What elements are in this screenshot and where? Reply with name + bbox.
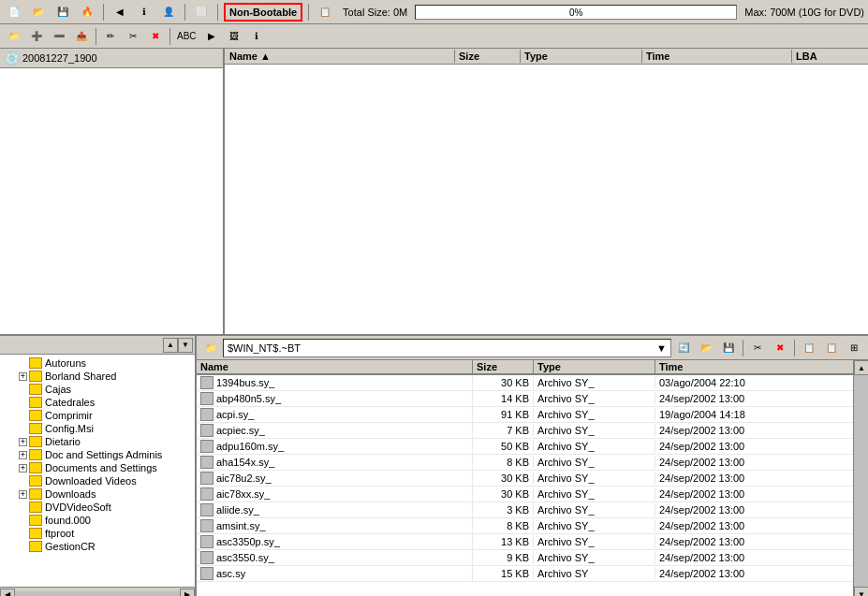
file-row[interactable]: abp480n5.sy_ 14 KB Archivo SY_ 24/sep/20… (197, 391, 853, 407)
expand-btn[interactable]: + (19, 464, 27, 472)
col-name-arrow: ▲ (260, 51, 271, 62)
tree-node[interactable]: Config.Msi (0, 422, 195, 435)
file-list-inner: Name Size Type Time 1394bus.sy_ 30 KB Ar… (197, 360, 853, 596)
file-col-headers-row: Name Size Type Time (197, 360, 853, 375)
open-btn[interactable]: 📂 (28, 3, 49, 22)
file-row[interactable]: aliide.sy_ 3 KB Archivo SY_ 24/sep/2002 … (197, 502, 853, 518)
person-btn[interactable]: 👤 (158, 3, 179, 22)
expand-btn[interactable]: + (19, 451, 27, 459)
tb-img[interactable]: 🖼 (224, 27, 244, 46)
file-time-cell: 24/sep/2002 13:00 (655, 567, 853, 580)
file-tb-paste[interactable]: 📋 (821, 339, 842, 357)
tree-node[interactable]: found.000 (0, 514, 195, 527)
file-row[interactable]: asc.sy 15 KB Archivo SY 24/sep/2002 13:0… (197, 566, 853, 582)
file-row[interactable]: aha154x.sy_ 8 KB Archivo SY_ 24/sep/2002… (197, 455, 853, 471)
col-type-header[interactable]: Type (521, 50, 642, 63)
expand-btn[interactable]: + (19, 438, 27, 446)
col-time-hdr[interactable]: Time (655, 360, 853, 373)
file-name: asc.sy (216, 568, 245, 579)
save-btn[interactable]: 💾 (52, 3, 73, 22)
file-row[interactable]: asc3350p.sy_ 13 KB Archivo SY_ 24/sep/20… (197, 534, 853, 550)
tb-remove[interactable]: ➖ (49, 27, 69, 46)
file-row[interactable]: acpi.sy_ 91 KB Archivo SY_ 19/ago/2004 1… (197, 407, 853, 423)
scroll-down-btn[interactable]: ▼ (178, 338, 193, 353)
back-btn[interactable]: ◀ (110, 3, 130, 22)
tree-node[interactable]: +Doc and Settings Adminis (0, 448, 195, 461)
file-row[interactable]: asc3550.sy_ 9 KB Archivo SY_ 24/sep/2002… (197, 550, 853, 566)
tree-node[interactable]: Downloaded Videos (0, 474, 195, 487)
tree-node[interactable]: GestionCR (0, 540, 195, 553)
burn-btn[interactable]: 🔥 (77, 3, 97, 22)
file-row[interactable]: acpiec.sy_ 7 KB Archivo SY_ 24/sep/2002 … (197, 423, 853, 439)
tree-node[interactable]: Autoruns (0, 356, 195, 370)
file-name-cell: asc.sy (197, 566, 473, 581)
tb-delete[interactable]: ✂ (123, 27, 143, 46)
tree-node[interactable]: +Dietario (0, 435, 195, 448)
tree-node[interactable]: ftproot (0, 527, 195, 540)
file-type-cell: Archivo SY_ (534, 440, 655, 453)
file-icon (200, 408, 213, 421)
col-time-header[interactable]: Time (642, 50, 792, 63)
tree-content[interactable]: Autoruns+Borland SharedCajasCatedralesCo… (0, 355, 195, 587)
file-tb-delete[interactable]: ✖ (770, 339, 790, 357)
file-path-combo[interactable]: $WIN_NT$.~BT ▼ (223, 339, 671, 357)
tb-abc[interactable]: ABC (174, 27, 199, 46)
sep2 (184, 4, 185, 21)
tree-node[interactable]: Comprimir (0, 409, 195, 422)
tree-node[interactable]: +Downloads (0, 487, 195, 501)
file-row[interactable]: aic78u2.sy_ 30 KB Archivo SY_ 24/sep/200… (197, 471, 853, 487)
hscroll-right[interactable]: ▶ (180, 589, 195, 597)
tb-new[interactable]: 📁 (4, 27, 24, 46)
file-icon (200, 472, 213, 485)
file-tb-save2[interactable]: 💾 (718, 339, 739, 357)
file-row[interactable]: 1394bus.sy_ 30 KB Archivo SY_ 03/ago/200… (197, 375, 853, 391)
file-vscroll-up[interactable]: ▲ (854, 360, 868, 375)
tree-node[interactable]: DVDVideoSoft (0, 501, 195, 514)
file-tb-newfolder[interactable]: 📁 (200, 339, 221, 357)
scroll-up-btn[interactable]: ▲ (163, 338, 178, 353)
new-btn[interactable]: 📄 (4, 3, 24, 22)
tree-node-label: found.000 (45, 515, 91, 526)
file-list[interactable]: 1394bus.sy_ 30 KB Archivo SY_ 03/ago/200… (197, 375, 853, 596)
hscroll-left[interactable]: ◀ (0, 589, 15, 597)
col-size-header[interactable]: Size (455, 50, 521, 63)
square-btn[interactable]: ⬜ (191, 3, 212, 22)
tb-play[interactable]: ▶ (201, 27, 222, 46)
tree-node-label: Comprimir (45, 410, 93, 421)
file-name-cell: adpu160m.sy_ (197, 439, 473, 454)
tree-hscrollbar[interactable]: ◀ ▶ (0, 587, 195, 596)
expand-btn[interactable]: + (19, 372, 27, 381)
non-bootable-button[interactable]: Non-Bootable (224, 3, 302, 22)
tb-extract[interactable]: 📤 (71, 27, 92, 46)
tb-rename[interactable]: ✏ (100, 27, 121, 46)
file-tb-cut[interactable]: ✂ (747, 339, 768, 357)
file-row[interactable]: aic78xx.sy_ 30 KB Archivo SY_ 24/sep/200… (197, 487, 853, 502)
col-type-hdr[interactable]: Type (534, 360, 655, 373)
file-size-cell: 50 KB (473, 440, 534, 453)
file-row[interactable]: amsint.sy_ 8 KB Archivo SY_ 24/sep/2002 … (197, 518, 853, 534)
file-tb-refresh[interactable]: 🔄 (673, 339, 694, 357)
file-vscroll-down[interactable]: ▼ (854, 587, 868, 596)
tb-add[interactable]: ➕ (26, 27, 47, 46)
tb-cancel[interactable]: ✖ (145, 27, 166, 46)
col-name-hdr[interactable]: Name (197, 360, 473, 373)
col-size-hdr[interactable]: Size (473, 360, 534, 373)
file-row[interactable]: adpu160m.sy_ 50 KB Archivo SY_ 24/sep/20… (197, 439, 853, 455)
file-type-cell: Archivo SY_ (534, 424, 655, 437)
tree-node[interactable]: +Documents and Settings (0, 461, 195, 474)
col-lba-header[interactable]: LBA (792, 50, 867, 63)
expand-btn[interactable]: + (19, 490, 27, 499)
tb-info2[interactable]: ℹ (246, 27, 267, 46)
tree-node[interactable]: Cajas (0, 383, 195, 396)
col-name-header[interactable]: Name ▲ (226, 50, 455, 63)
file-tb-copy[interactable]: 📋 (799, 339, 819, 357)
iso-tree-panel: 💿 20081227_1900 (0, 49, 225, 334)
file-tb-open[interactable]: 📂 (696, 339, 716, 357)
tree-node-label: Autoruns (45, 357, 86, 369)
file-tb-grid[interactable]: ⊞ (844, 339, 864, 357)
info-btn[interactable]: ℹ (134, 3, 154, 22)
file-vscrollbar[interactable]: ▲ ▼ (853, 360, 868, 596)
tree-node[interactable]: +Borland Shared (0, 370, 195, 383)
edit-btn2[interactable]: 📋 (315, 3, 335, 22)
tree-node[interactable]: Catedrales (0, 396, 195, 409)
